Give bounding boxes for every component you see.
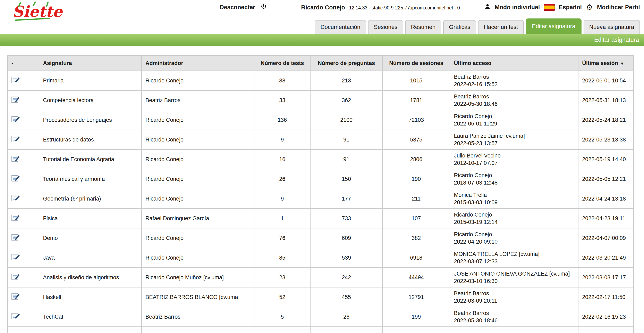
table-row: Java Ricardo Conejo 85 539 6918 MONICA T… (8, 248, 634, 268)
table-row: Tutorial de Economia Agraria Ricardo Con… (8, 149, 634, 169)
edit-subject-icon[interactable] (12, 234, 20, 241)
col-header-num-tests[interactable]: Número de tests (254, 56, 310, 71)
cell-num-sesiones: 382 (382, 228, 450, 248)
language-label[interactable]: Español (559, 4, 582, 11)
main-content: - Asignatura Administrador Número de tes… (0, 46, 644, 333)
ultimo-acceso-user: Ricardo Conejo (454, 172, 574, 179)
cell-ultimo-acceso: Julio Bervel Vecino 2012-10-17 07:07 (450, 149, 578, 169)
col-header-num-sesiones[interactable]: Número de sesiones (382, 56, 450, 71)
cell-administrador: Ricardo Conejo (142, 110, 254, 130)
cell-asignatura: Física (39, 209, 142, 228)
tab-documentación[interactable]: Documentación (315, 20, 366, 34)
col-header-asignatura[interactable]: Asignatura (39, 56, 142, 71)
cell-num-preguntas: 609 (310, 228, 382, 248)
col-header-edit[interactable]: - (8, 56, 39, 71)
user-icon (484, 3, 490, 11)
cell-ultimo-acceso: Ricardo Conejo 2022-06-01 11:29 (450, 110, 578, 130)
cell-asignatura: Estructuras de datos (39, 130, 142, 149)
tab-hacer-un-test[interactable]: Hacer un test (478, 20, 524, 34)
ultimo-acceso-fecha: 2022-05-30 18:46 (454, 317, 574, 324)
mode-label[interactable]: Modo individual (495, 4, 540, 11)
cell-administrador: Ricardo Conejo Muñoz [cv.uma] (142, 268, 254, 287)
edit-subject-icon[interactable] (12, 116, 20, 123)
ultimo-acceso-fecha: 2022-03-10 16:30 (454, 277, 574, 285)
cell-ultimo-acceso: Ricardo Conejo 2015-03-19 12:14 (450, 209, 578, 228)
tab-editar-asignatura[interactable]: Editar asignatura (526, 19, 582, 34)
table-row: Haskell BEATRIZ BARROS BLANCO [cv.uma] 5… (8, 287, 634, 307)
cell-ultima-sesion: 2022-06-01 10:54 (578, 71, 634, 90)
disconnect-button[interactable]: Desconectar (220, 3, 267, 11)
cell-ultima-sesion: 2022-03-20 21:49 (578, 248, 634, 268)
edit-subject-icon[interactable] (12, 332, 20, 333)
cell-num-preguntas: 26 (310, 307, 382, 327)
cell-num-preguntas: 91 (310, 130, 382, 149)
page-subheader: Editar asignatura (0, 34, 644, 46)
edit-subject-icon[interactable] (12, 293, 20, 300)
cell-num-preguntas (310, 327, 382, 333)
col-header-ultimo-acceso[interactable]: Último acceso (450, 56, 578, 71)
col-header-administrador[interactable]: Administrador (142, 56, 254, 71)
edit-subject-icon[interactable] (12, 96, 20, 103)
ultimo-acceso-user: Beatriz Barros (454, 73, 574, 81)
col-header-ultima-sesion[interactable]: Última sesión▼ (578, 56, 634, 71)
cell-ultima-sesion (578, 327, 634, 333)
table-row (8, 327, 634, 333)
cell-ultimo-acceso: Beatriz Barros 2022-05-30 18:46 (450, 90, 578, 110)
edit-subject-icon[interactable] (12, 175, 20, 182)
edit-subject-icon[interactable] (12, 273, 20, 280)
subheader-title: Editar asignatura (594, 37, 639, 43)
cell-num-tests: 76 (254, 228, 310, 248)
ultimo-acceso-user: Ricardo Conejo (454, 113, 574, 120)
spain-flag-icon[interactable] (544, 4, 555, 11)
cell-ultima-sesion: 2022-04-07 00:09 (578, 228, 634, 248)
ultimo-acceso-user: MONICA TRELLA LOPEZ [cv.uma] (454, 250, 574, 258)
edit-subject-icon[interactable] (12, 195, 20, 202)
cell-ultimo-acceso: Beatriz Barros 2022-05-30 18:46 (450, 307, 578, 327)
tab-resumen[interactable]: Resumen (405, 20, 441, 34)
cell-num-tests: 52 (254, 287, 310, 307)
cell-administrador: Rafael Dominguez García (142, 209, 254, 228)
cell-administrador: BEATRIZ BARROS BLANCO [cv.uma] (142, 287, 254, 307)
cell-num-preguntas: 362 (310, 90, 382, 110)
table-row: TechCat Beatriz Barros 5 26 199 Beatriz … (8, 307, 634, 327)
cell-ultima-sesion: 2022-05-24 18:21 (578, 110, 634, 130)
power-icon[interactable] (260, 3, 267, 11)
cell-num-sesiones: 44494 (382, 268, 450, 287)
cell-num-preguntas: 150 (310, 169, 382, 189)
tab-gráficas[interactable]: Gráficas (443, 20, 476, 34)
cell-num-preguntas: 733 (310, 209, 382, 228)
edit-subject-icon[interactable] (12, 155, 20, 162)
tab-sesiones[interactable]: Sesiones (368, 20, 403, 34)
edit-subject-icon[interactable] (12, 254, 20, 261)
table-row: Demo Ricardo Conejo 76 609 382 Ricardo C… (8, 228, 634, 248)
cell-num-tests: 26 (254, 169, 310, 189)
edit-subject-icon[interactable] (12, 313, 20, 320)
table-body: Primaria Ricardo Conejo 38 213 1015 Beat… (8, 71, 634, 333)
cell-ultima-sesion: 2022-05-23 13:38 (578, 130, 634, 149)
cell-num-sesiones: 211 (382, 189, 450, 209)
cell-asignatura: Haskell (39, 287, 142, 307)
cell-asignatura: Teoría musical y armonía (39, 169, 142, 189)
cell-num-preguntas: 91 (310, 149, 382, 169)
gear-icon[interactable]: ⚙ (586, 4, 593, 11)
edit-subject-icon[interactable] (12, 136, 20, 143)
ultimo-acceso-fecha: 2022-03-07 12:33 (454, 258, 574, 265)
tab-nueva-asignatura[interactable]: Nueva asignatura (584, 20, 640, 34)
table-row: Teoría musical y armonía Ricardo Conejo … (8, 169, 634, 189)
edit-subject-icon[interactable] (12, 77, 20, 84)
cell-asignatura: Procesadores de Lenguajes (39, 110, 142, 130)
sort-desc-icon[interactable]: ▼ (620, 61, 624, 66)
cell-num-sesiones (382, 327, 450, 333)
ultimo-acceso-fecha: 2022-03-09 20:11 (454, 297, 574, 304)
cell-asignatura: Competencia lectora (39, 90, 142, 110)
cell-ultimo-acceso: JOSE ANTONIO ONIEVA GONZALEZ [cv.uma] 20… (450, 268, 578, 287)
edit-profile-link[interactable]: Modificar Perfil (597, 4, 640, 11)
edit-subject-icon[interactable] (12, 214, 20, 221)
col-header-num-preguntas[interactable]: Número de preguntas (310, 56, 382, 71)
cell-ultima-sesion: 2022-02-17 11:50 (578, 287, 634, 307)
user-name: Ricardo Conejo (301, 4, 345, 11)
siette-logo[interactable]: Siette (12, 3, 62, 20)
ultimo-acceso-user: Beatriz Barros (454, 309, 574, 317)
cell-ultima-sesion: 2022-05-05 12:21 (578, 169, 634, 189)
user-block: Ricardo Conejo 12:14:33 - static-90-9-22… (301, 4, 460, 11)
